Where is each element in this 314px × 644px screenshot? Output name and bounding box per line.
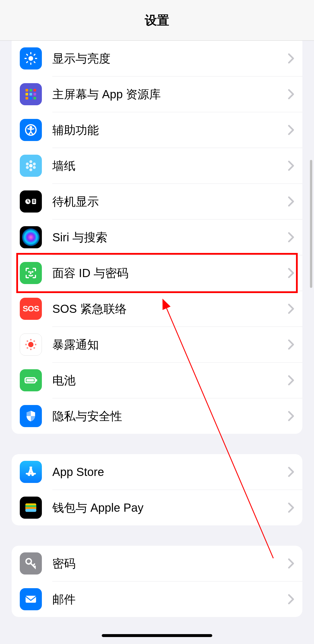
svg-point-20 <box>29 164 33 167</box>
svg-point-26 <box>26 163 29 165</box>
svg-rect-31 <box>33 202 35 203</box>
home-apps-icon <box>20 83 42 105</box>
svg-rect-46 <box>36 379 37 382</box>
chevron-right-icon <box>288 267 294 279</box>
svg-point-23 <box>33 166 36 169</box>
settings-row-siri[interactable]: Siri 与搜索 <box>12 220 302 255</box>
settings-label: 墙纸 <box>52 158 288 174</box>
svg-point-40 <box>27 340 28 342</box>
svg-point-22 <box>33 163 36 165</box>
page-title: 设置 <box>145 12 169 28</box>
svg-point-37 <box>30 349 32 350</box>
svg-rect-16 <box>29 97 32 99</box>
chevron-right-icon <box>288 89 294 100</box>
accessibility-icon <box>20 119 42 141</box>
settings-label: App Store <box>52 465 288 479</box>
settings-label: 显示与亮度 <box>52 51 288 67</box>
chevron-right-icon <box>288 558 294 569</box>
svg-point-38 <box>25 344 27 345</box>
sos-icon: SOS <box>20 298 42 320</box>
exposure-icon <box>20 333 42 356</box>
svg-point-41 <box>33 340 35 342</box>
home-indicator[interactable] <box>102 634 212 637</box>
brightness-icon <box>20 47 42 69</box>
svg-rect-17 <box>33 97 36 99</box>
chevron-right-icon <box>288 502 294 513</box>
svg-rect-56 <box>26 596 36 603</box>
settings-label: 辅助功能 <box>52 122 288 138</box>
header-bar: 设置 <box>0 0 314 41</box>
chevron-right-icon <box>288 303 294 314</box>
settings-row-sos[interactable]: SOS SOS 紧急联络 <box>12 291 302 327</box>
settings-group-1: 显示与亮度 主屏幕与 App 资源库 辅助功能 墙纸 <box>12 41 302 434</box>
svg-rect-54 <box>25 509 36 512</box>
chevron-right-icon <box>288 232 294 243</box>
svg-point-36 <box>30 339 32 341</box>
svg-rect-9 <box>26 89 28 92</box>
settings-row-battery[interactable]: 电池 <box>12 363 302 398</box>
settings-row-appstore[interactable]: App Store <box>12 454 302 490</box>
siri-icon <box>20 226 42 248</box>
svg-rect-11 <box>33 89 36 92</box>
settings-row-faceid[interactable]: 面容 ID 与密码 <box>12 255 302 291</box>
chevron-right-icon <box>288 160 294 171</box>
standby-icon <box>20 190 42 213</box>
settings-label: SOS 紧急联络 <box>52 301 288 317</box>
chevron-right-icon <box>288 466 294 477</box>
settings-row-passwords[interactable]: 密码 <box>12 546 302 581</box>
mail-icon <box>20 588 42 610</box>
wallet-icon <box>20 497 42 519</box>
svg-point-0 <box>28 56 33 61</box>
settings-row-wallet[interactable]: 钱包与 Apple Pay <box>12 490 302 525</box>
appstore-icon <box>20 461 42 483</box>
settings-row-mail[interactable]: 邮件 <box>12 581 302 617</box>
settings-label: 面容 ID 与密码 <box>52 265 288 281</box>
svg-rect-45 <box>26 379 34 382</box>
settings-label: 邮件 <box>52 591 288 607</box>
svg-line-3 <box>27 54 28 55</box>
settings-row-wallpaper[interactable]: 墙纸 <box>12 148 302 183</box>
chevron-right-icon <box>288 53 294 64</box>
svg-rect-14 <box>33 93 36 95</box>
settings-row-accessibility[interactable]: 辅助功能 <box>12 112 302 148</box>
battery-icon <box>20 369 42 391</box>
svg-line-4 <box>34 62 35 63</box>
chevron-right-icon <box>288 411 294 422</box>
settings-row-privacy[interactable]: 隐私与安全性 <box>12 398 302 434</box>
settings-group-2: App Store 钱包与 Apple Pay <box>12 454 302 525</box>
settings-label: 钱包与 Apple Pay <box>52 500 288 516</box>
chevron-right-icon <box>288 196 294 207</box>
privacy-icon <box>20 405 42 427</box>
svg-line-8 <box>34 54 35 55</box>
settings-content: 显示与亮度 主屏幕与 App 资源库 辅助功能 墙纸 <box>0 41 314 617</box>
settings-label: 电池 <box>52 372 288 388</box>
svg-rect-30 <box>33 201 35 201</box>
svg-point-21 <box>29 160 32 163</box>
chevron-right-icon <box>288 375 294 386</box>
settings-row-exposure[interactable]: 暴露通知 <box>12 327 302 362</box>
settings-label: 隐私与安全性 <box>52 408 288 424</box>
faceid-icon <box>20 262 42 284</box>
svg-rect-12 <box>26 93 28 95</box>
settings-row-standby[interactable]: 待机显示 <box>12 184 302 219</box>
svg-point-39 <box>35 344 37 345</box>
svg-point-19 <box>30 126 32 128</box>
svg-line-7 <box>27 62 28 63</box>
settings-row-display[interactable]: 显示与亮度 <box>12 41 302 76</box>
settings-group-3: 密码 邮件 <box>12 546 302 617</box>
svg-point-34 <box>32 272 33 272</box>
chevron-right-icon <box>288 594 294 605</box>
chevron-right-icon <box>288 124 294 135</box>
svg-point-33 <box>29 272 29 272</box>
svg-point-25 <box>26 166 29 169</box>
svg-rect-13 <box>29 93 32 95</box>
chevron-right-icon <box>288 339 294 350</box>
wallpaper-icon <box>20 155 42 177</box>
settings-label: Siri 与搜索 <box>52 229 288 245</box>
svg-point-24 <box>29 168 32 171</box>
settings-label: 暴露通知 <box>52 337 288 353</box>
settings-label: 密码 <box>52 556 288 572</box>
scrollbar[interactable] <box>310 160 312 288</box>
settings-row-home-screen[interactable]: 主屏幕与 App 资源库 <box>12 76 302 112</box>
svg-rect-10 <box>29 89 32 92</box>
